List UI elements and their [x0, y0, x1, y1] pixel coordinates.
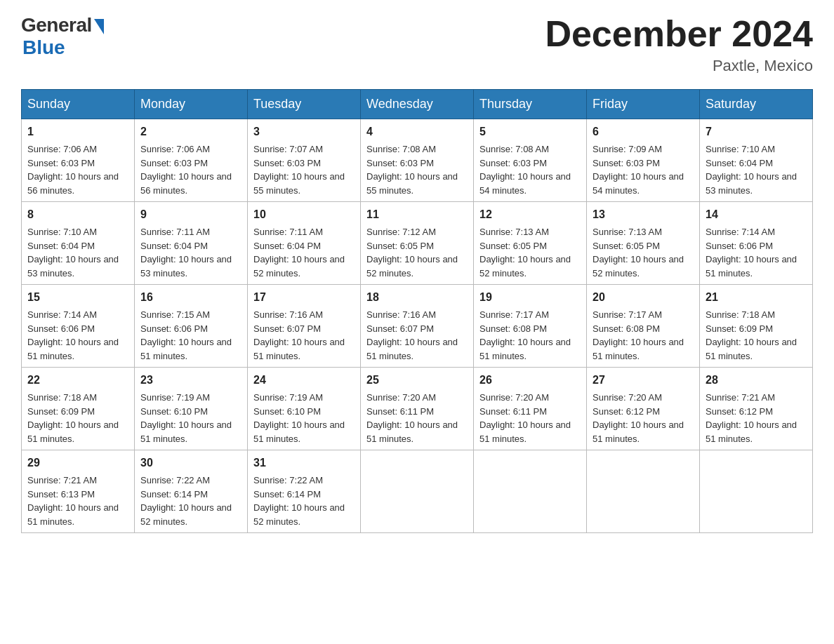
calendar-cell: 4Sunrise: 7:08 AMSunset: 6:03 PMDaylight…	[361, 119, 474, 202]
sunrise-text: Sunrise: 7:11 AM	[140, 227, 210, 237]
daylight-text: Daylight: 10 hours and 51 minutes.	[366, 337, 458, 361]
sunrise-text: Sunrise: 7:20 AM	[479, 392, 549, 403]
sunrise-text: Sunrise: 7:22 AM	[253, 475, 323, 485]
day-number: 21	[706, 289, 807, 306]
sunset-text: Sunset: 6:03 PM	[593, 158, 660, 168]
daylight-text: Daylight: 10 hours and 53 minutes.	[706, 171, 797, 196]
sunrise-text: Sunrise: 7:10 AM	[706, 144, 775, 154]
calendar-header-row: SundayMondayTuesdayWednesdayThursdayFrid…	[22, 90, 813, 119]
day-number: 7	[706, 123, 807, 140]
sunset-text: Sunset: 6:12 PM	[706, 406, 773, 417]
calendar-cell: 23Sunrise: 7:19 AMSunset: 6:10 PMDayligh…	[135, 368, 248, 450]
day-number: 9	[140, 206, 241, 223]
title-section: December 2024 Paxtle, Mexico	[545, 14, 813, 75]
calendar-week-row: 22Sunrise: 7:18 AMSunset: 6:09 PMDayligh…	[22, 368, 813, 450]
daylight-text: Daylight: 10 hours and 53 minutes.	[140, 254, 232, 279]
logo-arrow-icon	[94, 19, 104, 34]
sunrise-text: Sunrise: 7:13 AM	[479, 227, 549, 237]
sunset-text: Sunset: 6:14 PM	[140, 489, 208, 499]
location-text: Paxtle, Mexico	[545, 57, 813, 75]
calendar-cell: 24Sunrise: 7:19 AMSunset: 6:10 PMDayligh…	[248, 368, 361, 450]
daylight-text: Daylight: 10 hours and 51 minutes.	[706, 337, 797, 361]
calendar-cell: 13Sunrise: 7:13 AMSunset: 6:05 PMDayligh…	[587, 202, 700, 285]
day-number: 26	[479, 372, 581, 389]
daylight-text: Daylight: 10 hours and 56 minutes.	[27, 171, 119, 196]
calendar-cell: 11Sunrise: 7:12 AMSunset: 6:05 PMDayligh…	[361, 202, 474, 285]
month-title: December 2024	[545, 14, 813, 54]
sunset-text: Sunset: 6:05 PM	[479, 241, 547, 251]
calendar-cell: 12Sunrise: 7:13 AMSunset: 6:05 PMDayligh…	[474, 202, 587, 285]
sunrise-text: Sunrise: 7:19 AM	[140, 392, 210, 403]
day-number: 22	[27, 372, 128, 389]
sunset-text: Sunset: 6:07 PM	[366, 323, 434, 334]
calendar-cell	[700, 450, 813, 533]
sunset-text: Sunset: 6:07 PM	[253, 323, 321, 334]
day-number: 11	[366, 206, 468, 223]
day-number: 28	[706, 372, 807, 389]
day-number: 13	[593, 206, 694, 223]
sunset-text: Sunset: 6:03 PM	[253, 158, 321, 168]
day-header-friday: Friday	[587, 90, 700, 119]
calendar-week-row: 8Sunrise: 7:10 AMSunset: 6:04 PMDaylight…	[22, 202, 813, 285]
day-number: 17	[253, 289, 355, 306]
daylight-text: Daylight: 10 hours and 51 minutes.	[706, 420, 797, 444]
sunrise-text: Sunrise: 7:13 AM	[593, 227, 662, 237]
sunset-text: Sunset: 6:04 PM	[706, 158, 773, 168]
sunset-text: Sunset: 6:03 PM	[140, 158, 208, 168]
day-number: 16	[140, 289, 241, 306]
logo-general-text: General	[21, 14, 92, 36]
day-number: 5	[479, 123, 581, 140]
daylight-text: Daylight: 10 hours and 51 minutes.	[366, 420, 458, 444]
day-number: 31	[253, 455, 355, 471]
daylight-text: Daylight: 10 hours and 51 minutes.	[27, 420, 119, 444]
daylight-text: Daylight: 10 hours and 51 minutes.	[706, 254, 797, 279]
day-header-sunday: Sunday	[22, 90, 135, 119]
sunrise-text: Sunrise: 7:11 AM	[253, 227, 323, 237]
calendar-cell: 14Sunrise: 7:14 AMSunset: 6:06 PMDayligh…	[700, 202, 813, 285]
calendar-table: SundayMondayTuesdayWednesdayThursdayFrid…	[21, 89, 813, 533]
daylight-text: Daylight: 10 hours and 51 minutes.	[479, 420, 571, 444]
day-number: 20	[593, 289, 694, 306]
day-number: 24	[253, 372, 355, 389]
day-header-thursday: Thursday	[474, 90, 587, 119]
sunrise-text: Sunrise: 7:21 AM	[27, 475, 97, 485]
day-number: 30	[140, 455, 241, 471]
calendar-cell	[474, 450, 587, 533]
calendar-week-row: 29Sunrise: 7:21 AMSunset: 6:13 PMDayligh…	[22, 450, 813, 533]
sunrise-text: Sunrise: 7:16 AM	[366, 309, 436, 320]
calendar-cell: 19Sunrise: 7:17 AMSunset: 6:08 PMDayligh…	[474, 285, 587, 368]
daylight-text: Daylight: 10 hours and 51 minutes.	[479, 337, 571, 361]
sunset-text: Sunset: 6:03 PM	[479, 158, 547, 168]
sunrise-text: Sunrise: 7:18 AM	[706, 309, 775, 320]
page-header: General Blue December 2024 Paxtle, Mexic…	[21, 14, 813, 75]
sunset-text: Sunset: 6:06 PM	[706, 241, 773, 251]
daylight-text: Daylight: 10 hours and 51 minutes.	[253, 420, 345, 444]
sunset-text: Sunset: 6:04 PM	[253, 241, 321, 251]
sunset-text: Sunset: 6:06 PM	[140, 323, 208, 334]
sunset-text: Sunset: 6:03 PM	[27, 158, 95, 168]
sunrise-text: Sunrise: 7:22 AM	[140, 475, 210, 485]
calendar-cell	[587, 450, 700, 533]
sunset-text: Sunset: 6:05 PM	[593, 241, 660, 251]
sunset-text: Sunset: 6:09 PM	[706, 323, 773, 334]
daylight-text: Daylight: 10 hours and 55 minutes.	[253, 171, 345, 196]
calendar-cell: 28Sunrise: 7:21 AMSunset: 6:12 PMDayligh…	[700, 368, 813, 450]
sunrise-text: Sunrise: 7:09 AM	[593, 144, 662, 154]
sunrise-text: Sunrise: 7:08 AM	[479, 144, 549, 154]
daylight-text: Daylight: 10 hours and 54 minutes.	[479, 171, 571, 196]
day-number: 1	[27, 123, 128, 140]
calendar-cell: 1Sunrise: 7:06 AMSunset: 6:03 PMDaylight…	[22, 119, 135, 202]
sunset-text: Sunset: 6:13 PM	[27, 489, 95, 499]
day-number: 12	[479, 206, 581, 223]
daylight-text: Daylight: 10 hours and 51 minutes.	[253, 337, 345, 361]
calendar-cell: 25Sunrise: 7:20 AMSunset: 6:11 PMDayligh…	[361, 368, 474, 450]
day-number: 23	[140, 372, 241, 389]
day-number: 3	[253, 123, 355, 140]
calendar-cell: 15Sunrise: 7:14 AMSunset: 6:06 PMDayligh…	[22, 285, 135, 368]
sunset-text: Sunset: 6:10 PM	[140, 406, 208, 417]
day-number: 29	[27, 455, 128, 471]
sunrise-text: Sunrise: 7:19 AM	[253, 392, 323, 403]
sunrise-text: Sunrise: 7:16 AM	[253, 309, 323, 320]
daylight-text: Daylight: 10 hours and 51 minutes.	[27, 337, 119, 361]
day-header-saturday: Saturday	[700, 90, 813, 119]
